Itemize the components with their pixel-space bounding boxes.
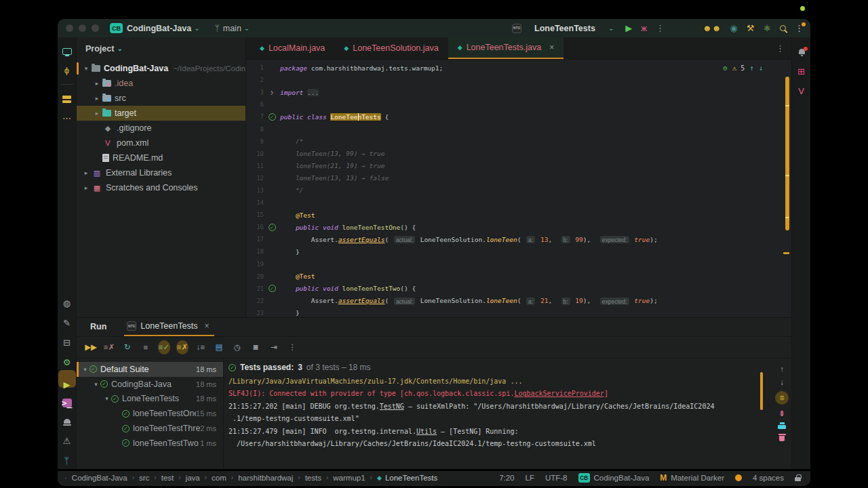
test-tree-item[interactable]: ✓loneTeenTestTwo1 ms: [77, 436, 223, 451]
expand-chevron-icon[interactable]: ▾: [81, 65, 92, 72]
expand-chevron-icon[interactable]: ▸: [92, 110, 102, 117]
expand-chevron-icon[interactable]: ▸: [81, 184, 92, 191]
test-passed-gutter-icon[interactable]: ✓: [264, 285, 280, 292]
maven-tool-icon[interactable]: V: [798, 87, 804, 96]
toggle-auto-rerun-icon[interactable]: ↻: [121, 344, 134, 352]
code-line[interactable]: 3❯import ...: [246, 86, 791, 98]
console-output[interactable]: ✓ Tests passed: 3 of 3 tests – 18 ms /Li…: [224, 359, 772, 469]
caret-position[interactable]: 7:20: [499, 474, 514, 482]
project-indicator[interactable]: CB CodingBat-Java: [578, 473, 650, 483]
more-options-icon[interactable]: ⋮: [286, 344, 298, 352]
inspections-widget[interactable]: ⊖ ⚠ 5 ↑ ↓: [723, 64, 763, 72]
test-tree-item[interactable]: ▾✓Default Suite18 ms: [77, 362, 223, 377]
project-panel-title[interactable]: Project: [85, 44, 114, 54]
test-history-icon[interactable]: ◷: [231, 344, 243, 352]
stop-icon[interactable]: ■: [140, 344, 152, 352]
close-icon[interactable]: ×: [204, 321, 209, 331]
sort-by-duration-icon[interactable]: ↓≡: [195, 344, 207, 352]
code-line[interactable]: 6: [246, 98, 791, 110]
commit-tool-icon[interactable]: ϕ: [64, 66, 69, 75]
test-tree-item[interactable]: ▾✓CodingBat-Java18 ms: [77, 377, 223, 392]
circle-squiggle-icon[interactable]: ◍: [63, 299, 71, 308]
search-everywhere-icon[interactable]: [780, 25, 786, 31]
indent-indicator[interactable]: 4 spaces: [753, 474, 784, 482]
editor-tab[interactable]: ◆LoneTeenTests.java×: [448, 37, 564, 59]
structure-tool-icon[interactable]: [62, 96, 71, 103]
build-tools-icon[interactable]: ⚒: [747, 24, 755, 33]
code-line[interactable]: 10 loneTeen(13, 99) → true: [246, 148, 791, 160]
code-line[interactable]: 17 Assert.assertEquals( actual: LoneTeen…: [246, 233, 791, 245]
code-line[interactable]: 2: [246, 74, 791, 86]
fold-icon[interactable]: ❯: [264, 89, 280, 96]
tabs-more-icon[interactable]: ⋮: [776, 44, 785, 53]
dependencies-plus-icon[interactable]: ⊞: [797, 67, 805, 76]
project-selector[interactable]: CodingBat-Java: [127, 24, 191, 33]
print-icon[interactable]: [778, 422, 786, 429]
more-tool-windows-icon[interactable]: ⋯: [62, 114, 71, 123]
expand-chevron-icon[interactable]: ▾: [102, 395, 111, 402]
debug-bug-icon[interactable]: ж: [641, 24, 647, 33]
science-atom-icon[interactable]: ⚛: [763, 24, 771, 33]
scroll-up-icon[interactable]: ↑: [780, 365, 784, 373]
expand-chevron-icon[interactable]: ▸: [92, 80, 102, 87]
breadcrumb-item[interactable]: tests: [305, 474, 321, 482]
code-line[interactable]: 16✓ public void loneTeenTestOne() {: [246, 221, 791, 233]
console-link[interactable]: Utils: [416, 428, 437, 435]
project-tree-item[interactable]: ▸src: [77, 91, 245, 106]
console-link[interactable]: LogbackServiceProvider: [514, 390, 604, 397]
line-ending-indicator[interactable]: LF: [526, 474, 534, 482]
expand-chevron-icon[interactable]: ▾: [81, 366, 90, 373]
editor-tab[interactable]: ◆LocalMain.java: [250, 37, 334, 59]
code-line[interactable]: 18 }: [246, 245, 791, 258]
test-passed-gutter-icon[interactable]: ✓: [264, 224, 280, 231]
code-line[interactable]: 11 loneTeen(21, 19) → true: [246, 160, 791, 172]
code-line[interactable]: 21✓ public void loneTeenTestTwo() {: [246, 283, 791, 295]
expand-chevron-icon[interactable]: ▸: [92, 95, 102, 102]
test-tree-item[interactable]: ✓loneTeenTestThree2 ms: [77, 421, 223, 436]
breadcrumb-item[interactable]: CodingBat-Java: [72, 474, 127, 482]
prev-warning-icon[interactable]: ↑: [749, 64, 753, 72]
show-passed-toggle-icon[interactable]: ≡✓: [158, 340, 170, 354]
code-line[interactable]: 8: [246, 123, 791, 135]
code-with-me-users-icon[interactable]: ☻☻: [703, 24, 721, 33]
code-line[interactable]: 13 */: [246, 184, 791, 197]
run-tool-icon[interactable]: ▶: [64, 380, 71, 389]
code-line[interactable]: 15 @Test: [246, 209, 791, 221]
breadcrumb-item[interactable]: test: [161, 474, 174, 482]
traffic-light-zoom[interactable]: [92, 24, 99, 32]
git-branch-tool-icon[interactable]: ᛘ: [64, 456, 70, 465]
breadcrumb-item[interactable]: src: [139, 474, 149, 482]
code-line[interactable]: 1package com.harshitbhardwaj.tests.warmu…: [246, 62, 791, 74]
pen-tool-icon[interactable]: ✎: [63, 319, 71, 327]
code-line[interactable]: 12 loneTeen(13, 13) → false: [246, 172, 791, 184]
scroll-down-icon[interactable]: ↓: [780, 378, 784, 386]
code-line[interactable]: 19: [246, 258, 791, 270]
test-tree-item[interactable]: ▾✓LoneTeenTests18 ms: [77, 392, 223, 407]
close-icon[interactable]: ×: [549, 43, 554, 52]
project-tree-item[interactable]: ▸target: [77, 106, 245, 121]
project-tree-item[interactable]: ▾CodingBat-Java~/IdeaProjects/CodingBat: [77, 61, 245, 76]
show-skipped-toggle-icon[interactable]: ≡✗: [176, 340, 189, 354]
terminal-tool-icon[interactable]: >_: [62, 399, 72, 407]
theme-indicator[interactable]: M Material Darker: [660, 473, 724, 483]
status-orange-dot[interactable]: [735, 474, 742, 481]
settings-more-icon[interactable]: ⋮: [795, 24, 804, 33]
run-button[interactable]: ▶: [625, 24, 632, 33]
screenshot-camera-icon[interactable]: ◙: [250, 344, 262, 352]
code-line[interactable]: 9 /*: [246, 136, 791, 148]
test-tree-item[interactable]: ✓loneTeenTestOne15 ms: [77, 406, 223, 421]
project-tree-item[interactable]: README.md: [77, 150, 245, 165]
traffic-light-close[interactable]: [66, 24, 73, 32]
breadcrumb-item[interactable]: com: [212, 474, 226, 482]
rerun-failed-tests-icon[interactable]: ≡✗: [103, 344, 115, 352]
console-scrollbar[interactable]: [760, 372, 763, 410]
test-passed-gutter-icon[interactable]: ✓: [264, 113, 280, 121]
profiler-record-icon[interactable]: ◉: [730, 24, 737, 33]
project-tree-item[interactable]: ▸▦Scratches and Consoles: [77, 180, 245, 195]
code-line[interactable]: 14: [246, 197, 791, 209]
notifications-bell-icon[interactable]: [797, 48, 806, 56]
code-line[interactable]: 20 @Test: [246, 270, 791, 283]
project-tree-item[interactable]: ◆.gitignore: [77, 121, 245, 136]
settings-gear-icon[interactable]: ⚙: [63, 358, 71, 367]
project-tree-item[interactable]: Vpom.xml: [77, 136, 245, 150]
